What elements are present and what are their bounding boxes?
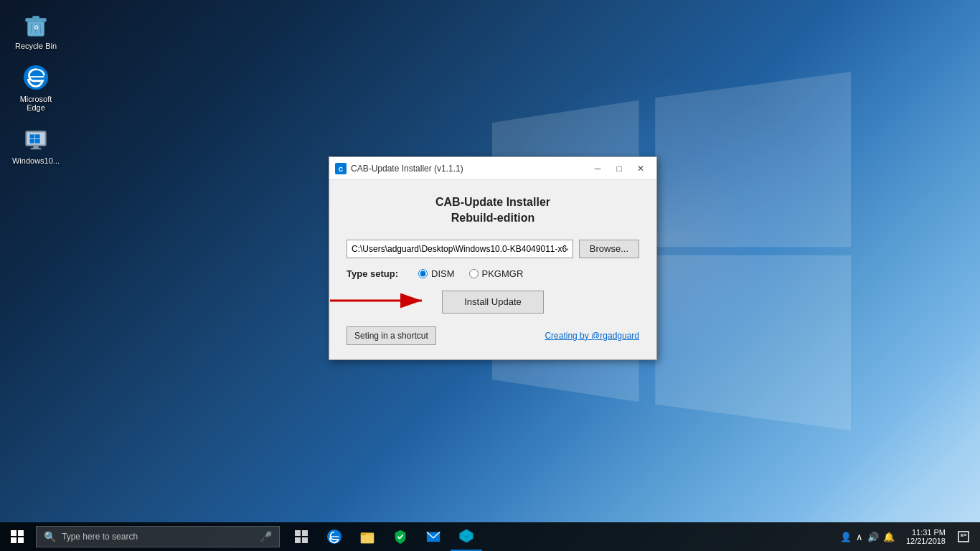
wifi-icon[interactable]: 🔊	[867, 532, 879, 542]
radio-pkgmgr[interactable]: PKGMGR	[469, 268, 524, 279]
svg-rect-21	[18, 530, 24, 536]
taskbar-security[interactable]	[385, 522, 416, 551]
taskbar-file-explorer[interactable]	[352, 522, 383, 551]
svg-rect-22	[11, 537, 17, 543]
dialog-title-main: CAB-Update Installer Rebuild-edition	[347, 194, 639, 227]
clock-time: 11:31 PM	[912, 528, 946, 537]
taskview-button[interactable]	[286, 522, 317, 551]
dism-radio[interactable]	[418, 269, 428, 278]
svg-rect-26	[295, 537, 301, 543]
microphone-icon: 🎤	[260, 531, 272, 542]
close-button[interactable]: ✕	[631, 161, 651, 176]
file-explorer-icon	[359, 529, 375, 545]
dialog-footer: Seting in a shortcut Creating by @rgadgu…	[347, 324, 639, 345]
taskbar-edge-icon	[326, 529, 342, 545]
search-bar[interactable]: 🔍 Type here to search 🎤	[36, 526, 280, 547]
clock[interactable]: 11:31 PM 12/21/2018	[902, 528, 950, 545]
svg-rect-24	[295, 530, 301, 536]
file-path-input[interactable]	[347, 240, 573, 258]
type-setup-label: Type setup:	[347, 268, 404, 279]
svg-line-3	[31, 24, 32, 33]
radio-group: DISM PKGMGR	[418, 268, 523, 279]
dialog-title-text: CAB-Update Installer (v1.1.1)	[351, 164, 463, 174]
svg-rect-11	[35, 134, 40, 138]
windows-logo-icon	[11, 530, 24, 543]
clock-date: 12/21/2018	[906, 537, 946, 545]
svg-rect-30	[361, 534, 374, 543]
svg-rect-36	[961, 534, 963, 537]
svg-rect-12	[29, 139, 34, 143]
taskbar-right: 👤 ∧ 🔊 🔔 11:31 PM 12/21/2018	[836, 522, 980, 551]
browse-button[interactable]: Browse...	[579, 240, 639, 258]
windows10-icon[interactable]: Windows10...	[7, 122, 65, 168]
svg-rect-37	[964, 534, 966, 536]
minimize-button[interactable]: ─	[588, 161, 608, 176]
taskbar-edge[interactable]	[319, 522, 350, 551]
recycle-bin-label: Recycle Bin	[15, 42, 57, 50]
dialog-title-icon: C	[335, 163, 347, 174]
maximize-button[interactable]: □	[609, 161, 629, 176]
windows10-label: Windows10...	[12, 156, 60, 165]
microsoft-edge-icon[interactable]: Microsoft Edge	[7, 60, 65, 115]
dialog-title-left: C CAB-Update Installer (v1.1.1)	[335, 163, 463, 174]
install-arrow	[330, 290, 430, 314]
taskbar-mail[interactable]	[418, 522, 449, 551]
radio-dism[interactable]: DISM	[418, 268, 455, 279]
install-update-button[interactable]: Install Update	[442, 291, 544, 314]
svg-rect-23	[18, 537, 24, 543]
credit-link[interactable]: Creating by @rgadguard	[545, 331, 639, 341]
svg-rect-31	[361, 533, 366, 536]
volume-icon[interactable]: 🔔	[883, 532, 895, 542]
dialog-content: CAB-Update Installer Rebuild-edition Bro…	[329, 180, 656, 359]
svg-rect-10	[29, 134, 34, 138]
desktop: ♻ Recycle Bin Microsoft Edge	[0, 0, 980, 551]
security-icon	[392, 529, 408, 545]
desktop-icons: ♻ Recycle Bin Microsoft Edge	[7, 7, 65, 168]
svg-rect-13	[35, 139, 40, 143]
dialog-titlebar: C CAB-Update Installer (v1.1.1) ─ □ ✕	[329, 157, 656, 180]
cab-installer-dialog: C CAB-Update Installer (v1.1.1) ─ □ ✕ CA…	[329, 156, 657, 360]
win10-svg	[22, 126, 50, 153]
taskbar-active-app[interactable]	[451, 522, 482, 551]
edge-label: Microsoft Edge	[10, 95, 62, 112]
taskbar: 🔍 Type here to search 🎤	[0, 522, 980, 551]
file-row: Browse...	[347, 240, 639, 258]
pkgmgr-radio[interactable]	[469, 269, 479, 278]
package-icon	[458, 528, 474, 544]
svg-rect-15	[30, 148, 41, 149]
search-icon: 🔍	[44, 531, 56, 542]
taskbar-apps	[286, 522, 482, 551]
svg-rect-27	[302, 537, 308, 543]
recycle-bin-svg: ♻	[22, 11, 50, 38]
dialog-controls: ─ □ ✕	[588, 161, 651, 176]
tray-expand-icon[interactable]: ∧	[856, 532, 863, 542]
svg-rect-2	[32, 17, 39, 19]
svg-rect-25	[302, 530, 308, 536]
tray-icons: 👤 ∧ 🔊 🔔	[836, 532, 899, 542]
shortcut-button[interactable]: Seting in a shortcut	[347, 326, 436, 345]
dialog-header: CAB-Update Installer Rebuild-edition	[347, 194, 639, 227]
svg-rect-20	[11, 530, 17, 536]
network-person-icon[interactable]: 👤	[840, 532, 852, 542]
svg-text:♻: ♻	[34, 24, 39, 31]
taskview-icon	[294, 529, 308, 544]
search-placeholder: Type here to search	[62, 532, 138, 542]
svg-line-5	[40, 24, 41, 33]
svg-text:C: C	[339, 166, 344, 173]
notification-button[interactable]	[953, 522, 974, 551]
start-button[interactable]	[0, 522, 34, 551]
mail-icon	[425, 529, 441, 545]
edge-svg	[22, 64, 50, 91]
notification-icon	[958, 531, 969, 542]
recycle-bin-icon[interactable]: ♻ Recycle Bin	[7, 7, 65, 53]
type-row: Type setup: DISM PKGMGR	[347, 268, 639, 279]
